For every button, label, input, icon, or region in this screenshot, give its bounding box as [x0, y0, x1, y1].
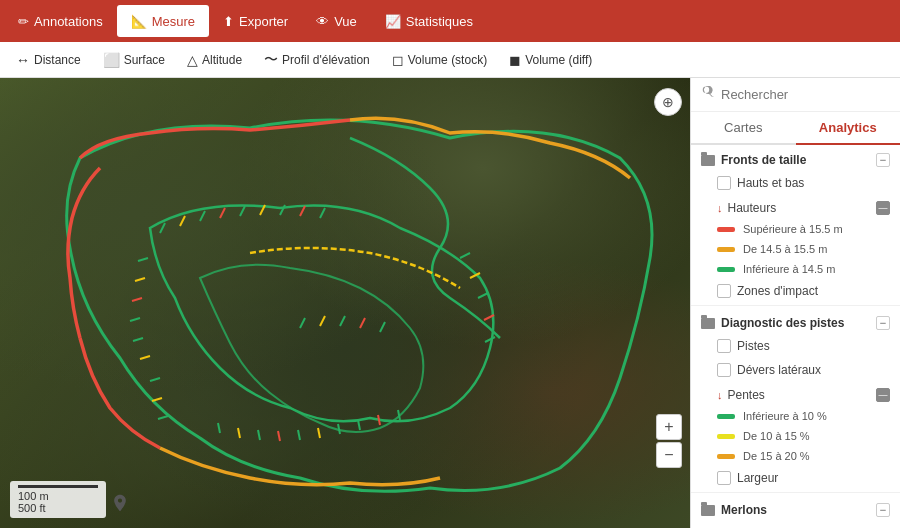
subsection-label-pentes: Pentes	[728, 388, 765, 402]
section-label-fronts: Fronts de taille	[721, 153, 806, 167]
tab-exporter[interactable]: ⬆ Exporter	[209, 5, 302, 37]
layer-label-devers-lateraux: Dévers latéraux	[737, 363, 821, 377]
svg-line-19	[380, 322, 385, 332]
map-area[interactable]: ⊕ + − 100 m 500 ft	[0, 78, 690, 528]
statistiques-icon: 📈	[385, 14, 401, 29]
sub-btn-surface[interactable]: ⬜ Surface	[93, 48, 175, 72]
sub-toolbar: ↔ Distance ⬜ Surface △ Altitude 〜 Profil…	[0, 42, 900, 78]
layer-zones-impact: Zones d'impact	[691, 279, 900, 303]
subsection-label-hauteurs: Hauteurs	[728, 201, 777, 215]
layer-hauts-et-bas: Hauts et bas	[691, 171, 900, 195]
tab-cartes[interactable]: Cartes	[691, 112, 796, 145]
tab-statistiques[interactable]: 📈 Statistiques	[371, 5, 487, 37]
layer-label-largeur: Largeur	[737, 471, 778, 485]
arrow-icon-hauteurs: ↓	[717, 202, 723, 214]
checkbox-hauteurs[interactable]	[876, 201, 890, 215]
location-pin[interactable]	[110, 493, 130, 516]
legend-color-superieure	[717, 227, 735, 232]
legend-color-inferieure-10	[717, 414, 735, 419]
profil-icon: 〜	[264, 51, 278, 69]
subsection-hauteurs: ↓ Hauteurs	[691, 195, 900, 219]
svg-line-13	[133, 338, 143, 341]
svg-line-16	[320, 316, 325, 326]
svg-line-26	[338, 424, 340, 434]
sidebar-content: Fronts de taille − Hauts et bas ↓ Hauteu…	[691, 145, 900, 528]
scale-bar: 100 m 500 ft	[10, 481, 106, 518]
search-icon	[701, 86, 715, 103]
mesure-icon: 📐	[131, 14, 147, 29]
svg-line-2	[200, 211, 205, 221]
legend-label-inferieure-14: Inférieure à 14.5 m	[743, 263, 835, 275]
sub-btn-volume-stock[interactable]: ◻ Volume (stock)	[382, 48, 497, 72]
zoom-out-button[interactable]: −	[656, 442, 682, 468]
zoom-in-button[interactable]: +	[656, 414, 682, 440]
checkbox-devers-lateraux[interactable]	[717, 363, 731, 377]
compass-icon: ⊕	[662, 94, 674, 110]
checkbox-pentes[interactable]	[876, 388, 890, 402]
checkbox-hauts-et-bas[interactable]	[717, 176, 731, 190]
svg-line-28	[378, 415, 380, 425]
svg-line-29	[398, 410, 400, 420]
svg-line-37	[485, 337, 495, 342]
legend-color-10-15	[717, 434, 735, 439]
tab-annotations[interactable]: ✏ Annotations	[4, 5, 117, 37]
scale-inner: 100 m 500 ft	[18, 485, 98, 514]
legend-label-de-14-15: De 14.5 à 15.5 m	[743, 243, 827, 255]
arrow-icon-pentes: ↓	[717, 389, 723, 401]
altitude-icon: △	[187, 52, 198, 68]
svg-line-21	[238, 428, 240, 438]
svg-line-27	[358, 420, 360, 430]
tab-vue[interactable]: 👁 Vue	[302, 5, 371, 37]
vue-icon: 👁	[316, 14, 329, 29]
svg-line-30	[150, 378, 160, 381]
legend-10-15: De 10 à 15 %	[691, 426, 900, 446]
collapse-fronts-button[interactable]: −	[876, 153, 890, 167]
main-content: ⊕ + − 100 m 500 ft	[0, 78, 900, 528]
svg-line-8	[320, 208, 325, 218]
layer-devers-lateraux: Dévers latéraux	[691, 358, 900, 382]
sidebar: Cartes Analytics Fronts de taille − Haut…	[690, 78, 900, 528]
legend-color-inferieure-14	[717, 267, 735, 272]
annotations-icon: ✏	[18, 14, 29, 29]
svg-line-35	[478, 293, 488, 298]
checkbox-largeur[interactable]	[717, 471, 731, 485]
legend-inferieure-10: Inférieure à 10 %	[691, 406, 900, 426]
section-label-pistes: Diagnostic des pistes	[721, 316, 844, 330]
svg-line-14	[140, 356, 150, 359]
separator-1	[691, 305, 900, 306]
compass-button[interactable]: ⊕	[654, 88, 682, 116]
legend-color-15-20	[717, 454, 735, 459]
svg-line-15	[300, 318, 305, 328]
svg-line-9	[138, 258, 148, 261]
map-overlay	[0, 78, 690, 528]
tab-analytics[interactable]: Analytics	[796, 112, 901, 145]
folder-icon-merlons	[701, 505, 715, 516]
folder-icon-fronts	[701, 155, 715, 166]
legend-15-20: De 15 à 20 %	[691, 446, 900, 466]
scale-label-meters: 100 m	[18, 490, 98, 502]
sub-btn-distance[interactable]: ↔ Distance	[6, 48, 91, 72]
svg-line-23	[278, 431, 280, 441]
collapse-merlons-button[interactable]: −	[876, 503, 890, 517]
svg-line-18	[360, 318, 365, 328]
search-input[interactable]	[721, 87, 890, 102]
layer-label-zones-impact: Zones d'impact	[737, 284, 818, 298]
legend-superieure: Supérieure à 15.5 m	[691, 219, 900, 239]
svg-line-22	[258, 430, 260, 440]
sub-btn-profil[interactable]: 〜 Profil d'élévation	[254, 47, 380, 73]
tab-mesure[interactable]: 📐 Mesure	[117, 5, 209, 37]
legend-label-15-20: De 15 à 20 %	[743, 450, 810, 462]
svg-line-3	[220, 208, 225, 218]
legend-de-14-15: De 14.5 à 15.5 m	[691, 239, 900, 259]
svg-line-0	[160, 223, 165, 233]
sub-btn-altitude[interactable]: △ Altitude	[177, 48, 252, 72]
checkbox-pistes[interactable]	[717, 339, 731, 353]
svg-line-25	[318, 428, 320, 438]
layer-label-hauts-et-bas: Hauts et bas	[737, 176, 804, 190]
svg-line-33	[460, 253, 470, 258]
svg-line-12	[130, 318, 140, 321]
pin-icon	[110, 493, 130, 513]
sub-btn-volume-diff[interactable]: ◼ Volume (diff)	[499, 48, 602, 72]
checkbox-zones-impact[interactable]	[717, 284, 731, 298]
collapse-pistes-button[interactable]: −	[876, 316, 890, 330]
